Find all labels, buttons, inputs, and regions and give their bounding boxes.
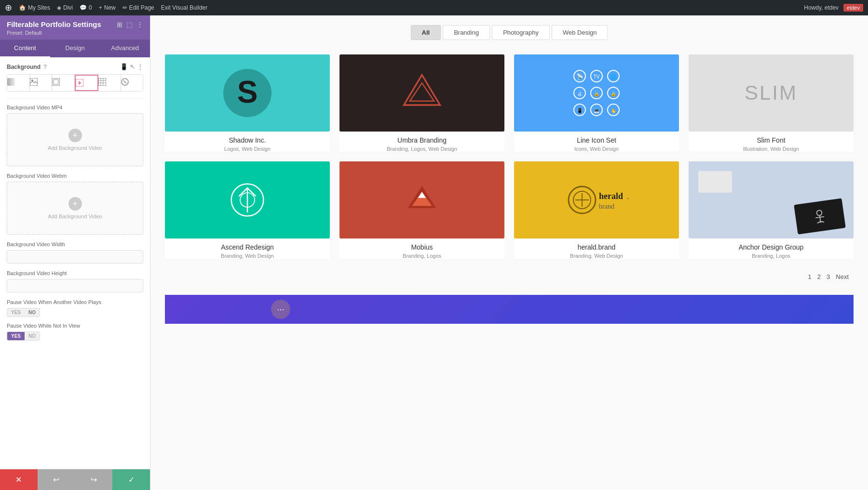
page-3[interactable]: 3 [827,273,830,280]
grid-icon[interactable]: ⊞ [117,21,122,28]
filter-tab-branding[interactable]: Branding [443,25,490,40]
howdy-text: Howdy, etdev [804,4,839,11]
svg-rect-0 [7,78,15,86]
page-2[interactable]: 2 [817,273,821,280]
edit-icon: ✏ [122,4,127,11]
tab-design[interactable]: Design [50,40,100,57]
list-item[interactable]: Ascend Redesign Branding, Web Design [165,161,330,259]
svg-text:S: S [237,75,258,109]
mobile-icon[interactable]: 📱 [120,63,128,70]
filter-tab-photography[interactable]: Photography [492,25,550,40]
help-icon[interactable]: ? [43,64,47,70]
list-item[interactable]: Mobius Branding, Logos [339,161,504,259]
item-name-ascend: Ascend Redesign [165,243,330,251]
pagination: 1 2 3 Next [165,273,854,280]
bg-video-height-input[interactable] [7,279,143,292]
list-item[interactable]: herald . brand herald.brand Branding, We… [514,161,679,259]
dots-button[interactable]: ··· [271,300,290,319]
undo-button[interactable]: ↩ [38,469,75,490]
preset-label[interactable]: Preset: Default [7,30,143,36]
svg-text:💻: 💻 [594,107,600,114]
bg-image-btn[interactable] [30,75,53,91]
redo-button[interactable]: ↪ [75,469,113,490]
bg-gradient-btn[interactable] [7,75,30,91]
admin-bar: ⊕ 🏠 My Sites ◈ Divi 💬 0 + New ✏ Edit Pag… [0,0,868,15]
toggle-no-inactive-btn[interactable]: NO [25,332,40,340]
svg-text:🔒: 🔒 [610,91,617,97]
toggle-yes-active-btn[interactable]: YES [7,332,25,340]
item-name-slim: Slim Font [689,136,854,144]
svg-line-48 [815,217,824,218]
slim-text: SLIM [745,81,798,105]
portfolio-grid: S Shadow Inc. Logos, Web Design Umbra Br… [165,54,854,259]
cancel-icon: ✕ [15,475,22,484]
thumb-shadow-inc: S [165,54,330,132]
svg-marker-6 [79,81,81,85]
bg-pattern-btn[interactable] [98,75,121,91]
item-name-mobius: Mobius [339,243,504,251]
list-item[interactable]: 📡 TV 🌐 🖨 🔒 🔒 📱 [514,54,679,152]
list-item[interactable]: Anchor Design Group Branding, Logos [689,161,854,259]
bg-mask-btn[interactable] [52,75,75,91]
admin-divi[interactable]: ◈ Divi [57,4,73,11]
page-next[interactable]: Next [836,273,849,280]
admin-my-sites[interactable]: 🏠 My Sites [19,4,50,11]
list-item[interactable]: Umbra Branding Branding, Logos, Web Desi… [339,54,504,152]
bg-video-btn[interactable] [75,75,99,91]
more-icon[interactable]: ⋮ [136,21,143,28]
bg-video-webm-upload[interactable]: + Add Background Video [7,182,143,235]
pause-when-another-toggle[interactable]: YES NO [7,308,40,317]
card-bg [698,171,732,193]
admin-comments[interactable]: 💬 0 [80,4,92,11]
background-label-text: Background [7,64,41,70]
background-section-label: Background ? 📱 ↖ ⋮ [7,63,143,70]
thumb-slim-font: SLIM [689,54,854,132]
thumb-herald: herald . brand [514,161,679,238]
comments-icon: 💬 [80,4,87,11]
right-content: All Branding Photography Web Design S Sh… [150,15,868,490]
item-name-umbra: Umbra Branding [339,136,504,144]
bg-video-webm-upload-text: Add Background Video [48,213,102,219]
svg-text:🔒: 🔒 [594,91,600,97]
item-tags-shadow-inc: Logos, Web Design [165,146,330,152]
svg-text:📱: 📱 [577,107,583,114]
list-item[interactable]: S Shadow Inc. Logos, Web Design [165,54,330,152]
pause-while-not-toggle[interactable]: YES NO [7,331,40,341]
plus-icon: + [99,4,102,11]
undo-icon: ↩ [53,475,59,484]
filter-tab-web-design[interactable]: Web Design [552,25,608,40]
wp-logo-icon[interactable]: ⊕ [5,2,12,13]
bottom-bar: ✕ ↩ ↪ ✓ [0,469,150,490]
svg-rect-3 [52,78,60,86]
thumb-umbra [339,54,504,132]
window-icon[interactable]: ⬚ [126,21,133,28]
svg-rect-4 [54,79,58,84]
toggle-yes-btn[interactable]: YES [7,308,25,317]
item-name-shadow-inc: Shadow Inc. [165,136,330,144]
confirm-button[interactable]: ✓ [112,469,150,490]
list-item[interactable]: SLIM Slim Font Illustration, Web Design [689,54,854,152]
cursor-icon[interactable]: ↖ [130,63,135,70]
svg-marker-17 [410,83,434,101]
svg-rect-7 [98,78,106,86]
tab-advanced[interactable]: Advanced [100,40,150,57]
toggle-no-btn[interactable]: NO [25,308,40,317]
cancel-button[interactable]: ✕ [0,469,38,490]
svg-text:brand: brand [599,203,614,210]
admin-new[interactable]: + New [99,4,116,11]
bg-section-icons: 📱 ↖ ⋮ [120,63,143,70]
more-options-icon[interactable]: ⋮ [137,63,143,70]
bg-video-width-input[interactable] [7,250,143,264]
bg-color-btn[interactable] [121,75,143,91]
admin-edit-page[interactable]: ✏ Edit Page [122,4,154,11]
panel-title: Filterable Portfolio Settings [7,20,101,28]
page-1[interactable]: 1 [808,273,812,280]
bg-video-height-label: Background Video Height [7,270,143,276]
user-avatar[interactable]: etdev [843,4,863,12]
pause-while-not-label: Pause Video While Not In View [7,323,143,329]
bg-video-mp4-upload[interactable]: + Add Background Video [7,113,143,166]
admin-exit-vb[interactable]: Exit Visual Builder [161,4,208,11]
tab-content[interactable]: Content [0,40,50,57]
bg-video-width-label: Background Video Width [7,241,143,247]
filter-tab-all[interactable]: All [411,25,441,40]
